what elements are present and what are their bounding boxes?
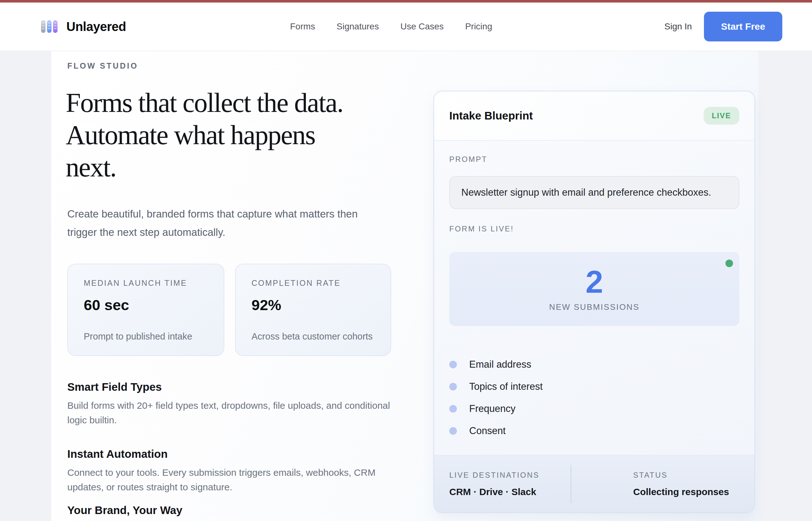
site-header: Unlayered Forms Signatures Use Cases Pri… — [0, 2, 812, 51]
field-label: Topics of interest — [469, 381, 543, 392]
status-label: STATUS — [633, 470, 755, 480]
bullet-dot-icon — [449, 383, 457, 390]
live-destinations: LIVE DESTINATIONS CRM · Drive · Slack — [434, 455, 571, 513]
page-content: FLOW STUDIO Forms that collect the data.… — [51, 51, 758, 521]
sign-in-link[interactable]: Sign In — [665, 22, 692, 31]
eyebrow-flow-studio: FLOW STUDIO — [67, 61, 138, 70]
form-field-list: Email address Topics of interest Frequen… — [449, 359, 739, 436]
feature-body: Build forms with 20+ field types text, d… — [67, 398, 402, 427]
submissions-panel: 2 NEW SUBMISSIONS — [449, 252, 739, 326]
online-indicator-dot — [725, 259, 733, 267]
status-value: Collecting responses — [633, 486, 755, 498]
stat-card-completion-rate: COMPLETION RATE 92% Across beta customer… — [235, 264, 391, 356]
nav-item-pricing[interactable]: Pricing — [465, 22, 492, 31]
unlayered-logo-icon — [41, 20, 57, 33]
bullet-dot-icon — [449, 361, 457, 368]
stat-label: COMPLETION RATE — [252, 278, 375, 288]
new-submissions-label: NEW SUBMISSIONS — [549, 302, 640, 312]
feature-title-smart-field-types: Smart Field Types — [67, 380, 402, 394]
field-label: Frequency — [469, 403, 515, 414]
list-item: Email address — [449, 359, 739, 369]
main-nav: Forms Signatures Use Cases Pricing — [290, 2, 492, 51]
nav-item-signatures[interactable]: Signatures — [336, 22, 379, 31]
hero-subtitle: Create beautiful, branded forms that cap… — [67, 205, 367, 242]
nav-item-use-cases[interactable]: Use Cases — [400, 22, 444, 31]
list-item: Topics of interest — [449, 382, 739, 392]
feature-list: Smart Field Types Build forms with 20+ f… — [67, 380, 402, 517]
nav-item-forms[interactable]: Forms — [290, 22, 315, 31]
list-item: Frequency — [449, 404, 739, 414]
feature-title-instant-automation: Instant Automation — [67, 447, 402, 461]
status: STATUS Collecting responses — [571, 455, 755, 513]
logo-pill-purple — [53, 20, 57, 33]
page-title: Forms that collect the data. Automate wh… — [66, 87, 350, 183]
stat-label: MEDIAN LAUNCH TIME — [84, 278, 208, 288]
brand[interactable]: Unlayered — [41, 20, 126, 34]
prompt-input[interactable]: Newsletter signup with email and prefere… — [449, 176, 739, 209]
feature-title-your-brand: Your Brand, Your Way — [67, 503, 402, 517]
card-body: PROMPT Newsletter signup with email and … — [434, 141, 755, 456]
card-title: Intake Blueprint — [449, 109, 533, 122]
card-header: Intake Blueprint LIVE — [434, 91, 755, 141]
field-label: Consent — [469, 425, 505, 436]
bullet-dot-icon — [449, 405, 457, 412]
live-status-badge: LIVE — [703, 107, 739, 124]
brand-name: Unlayered — [66, 20, 126, 34]
prompt-label: PROMPT — [449, 155, 739, 164]
card-footer: LIVE DESTINATIONS CRM · Drive · Slack ST… — [434, 455, 755, 513]
intake-blueprint-card: Intake Blueprint LIVE PROMPT Newsletter … — [433, 91, 755, 513]
stat-caption: Across beta customer cohorts — [252, 331, 375, 342]
top-accent-bar — [0, 0, 812, 2]
stat-value: 92% — [252, 296, 375, 314]
field-label: Email address — [469, 359, 531, 370]
header-actions: Sign In Start Free — [665, 12, 782, 41]
feature-body: Connect to your tools. Every submission … — [67, 466, 402, 495]
logo-pill-gray — [41, 20, 46, 33]
bullet-dot-icon — [449, 427, 457, 435]
start-free-button[interactable]: Start Free — [704, 12, 782, 41]
stat-cards: MEDIAN LAUNCH TIME 60 sec Prompt to publ… — [67, 264, 391, 356]
live-destinations-label: LIVE DESTINATIONS — [449, 470, 571, 480]
logo-pill-blue — [47, 20, 51, 33]
stat-card-launch-time: MEDIAN LAUNCH TIME 60 sec Prompt to publ… — [67, 264, 224, 356]
stat-caption: Prompt to published intake — [84, 331, 208, 342]
stat-value: 60 sec — [84, 296, 208, 314]
form-is-live-label: FORM IS LIVE! — [449, 224, 739, 234]
live-destinations-value: CRM · Drive · Slack — [449, 486, 571, 498]
list-item: Consent — [449, 426, 739, 436]
new-submissions-count: 2 — [586, 266, 603, 297]
